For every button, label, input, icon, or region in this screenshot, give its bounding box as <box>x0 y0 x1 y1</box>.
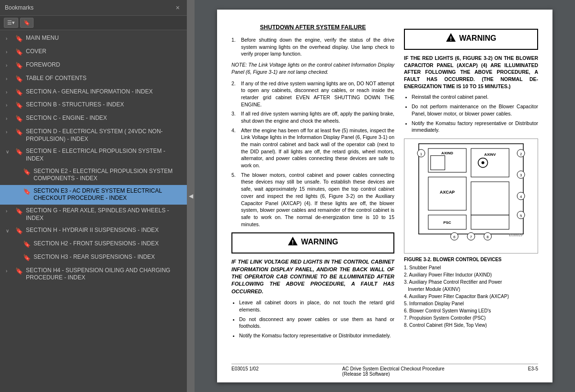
bookmark-text-main-menu: MAIN MENU <box>26 35 183 42</box>
bookmark-item-section-g[interactable]: ›🔖SECTION G - REAR AXLE, SPINDLES AND WH… <box>0 205 187 224</box>
bookmark-text-section-e3: SECTION E3 - AC DRIVE SYSTEM ELECTRICAL … <box>34 187 183 202</box>
step-5: The blower motors, control cabinet and p… <box>231 172 394 228</box>
warning-box-1: ! WARNING <box>404 29 538 50</box>
warning2-bullet-2: Do not disconnect any power cables or us… <box>239 316 394 330</box>
bookmarks-title: Bookmarks <box>5 4 34 11</box>
document-panel: SHUTDOWN AFTER SYSTEM FAILURE Before shu… <box>195 0 575 392</box>
bookmark-icon-main-menu: 🔖 <box>15 35 23 43</box>
expand-arrow-section-h4: › <box>6 268 12 274</box>
warning-header-2: ! WARNING <box>237 236 389 248</box>
warning-label-2: WARNING <box>301 238 338 246</box>
bookmark-icon-section-g: 🔖 <box>15 208 23 216</box>
figure-item-4: 4. Auxiliary Power Filter Capacitor Bank… <box>404 293 538 300</box>
bookmarks-toolbar: ☰▾ 🔖 <box>0 16 187 30</box>
bookmark-icon-section-e2: 🔖 <box>23 168 31 176</box>
svg-text:8: 8 <box>487 235 489 239</box>
figure-item-6: 6. Blower Control System Warning LED's <box>404 307 538 314</box>
expand-arrow-main-menu: › <box>6 35 12 42</box>
bookmark-item-toc[interactable]: ›🔖TABLE OF CONTENTS <box>0 72 187 86</box>
bookmarks-header: Bookmarks × <box>0 0 187 16</box>
bookmarks-panel: Bookmarks × ☰▾ 🔖 ›🔖MAIN MENU›🔖COVER›🔖FOR… <box>0 0 187 392</box>
svg-point-15 <box>482 161 484 164</box>
bookmark-icon-section-h: 🔖 <box>15 227 23 235</box>
svg-text:PSC: PSC <box>443 220 451 224</box>
bookmark-item-section-h4[interactable]: ›🔖SECTION H4 - SUSPENSION OILING AND CHA… <box>0 265 187 284</box>
bookmark-item-section-e2[interactable]: 🔖SECTION E2 - ELECTRICAL PROPULSION SYST… <box>0 165 187 185</box>
expand-arrow-section-h: ∨ <box>6 228 12 234</box>
bookmark-icon-section-a: 🔖 <box>15 89 23 97</box>
expand-arrow-section-e: ∨ <box>6 149 12 155</box>
figure-item-1: 1. Snubber Panel <box>404 264 538 271</box>
bookmark-text-section-e2: SECTION E2 - ELECTRICAL PROPULSION SYSTE… <box>34 168 183 183</box>
page-footer: E03015 1/02 AC Drive System Electrical C… <box>231 364 538 377</box>
bookmark-item-section-h3[interactable]: 🔖SECTION H3 - REAR SUSPENSIONS - INDEX <box>0 251 187 265</box>
bookmark-text-section-b: SECTION B - STRUCTURES - INDEX <box>26 101 183 109</box>
warning1-body: IF THE RED LIGHTS (6, FIGURE 3-2) ON THE… <box>404 55 538 90</box>
bookmark-item-cover[interactable]: ›🔖COVER <box>0 46 187 59</box>
bookmark-item-section-b[interactable]: ›🔖SECTION B - STRUCTURES - INDEX <box>0 99 187 112</box>
figure-item-2: 2. Auxiliary Power Filter Inductor (AXIN… <box>404 271 538 278</box>
warning-header-1: ! WARNING <box>410 33 532 44</box>
svg-text:!: ! <box>292 239 294 246</box>
bookmark-text-section-g: SECTION G - REAR AXLE, SPINDLES AND WHEE… <box>26 207 183 222</box>
bookmark-icon-foreword: 🔖 <box>15 62 23 70</box>
svg-text:7: 7 <box>470 235 472 239</box>
collapse-panel-button[interactable]: ◀ <box>187 0 195 392</box>
bookmark-icon-section-h4: 🔖 <box>15 267 23 276</box>
bookmark-icon-section-h3: 🔖 <box>23 254 31 262</box>
warning-box-2: ! WARNING <box>231 232 394 254</box>
svg-text:AXCAP: AXCAP <box>440 190 455 195</box>
svg-text:!: ! <box>450 35 452 42</box>
warning-triangle-icon-2: ! <box>288 236 298 248</box>
warning-triangle-icon-1: ! <box>446 33 456 44</box>
toolbar-menu-button[interactable]: ☰▾ <box>4 18 18 28</box>
bookmark-text-section-c: SECTION C - ENGINE - INDEX <box>26 115 183 122</box>
figure-item-8: 8. Control Cabinet (RH Side, Top View) <box>404 322 538 329</box>
figure-container: AXIND 1 2 AXINV <box>404 138 538 329</box>
svg-text:AXIND: AXIND <box>441 151 453 155</box>
toolbar-bookmark-button[interactable]: 🔖 <box>20 18 34 28</box>
bookmarks-list: ›🔖MAIN MENU›🔖COVER›🔖FOREWORD›🔖TABLE OF C… <box>0 30 187 392</box>
figure-item-3: 3. Auxiliary Phase Control Rectifier and… <box>404 278 538 293</box>
warning2-bullet-1: Leave all cabinet doors in place, do not… <box>239 299 394 313</box>
document-content: SHUTDOWN AFTER SYSTEM FAILURE Before shu… <box>231 24 538 343</box>
steps-list: Before shutting down the engine, verify … <box>231 36 394 58</box>
bookmark-item-section-d[interactable]: ›🔖SECTION D - ELECTRICAL SYSTEM ( 24VDC … <box>0 126 187 145</box>
bookmark-text-toc: TABLE OF CONTENTS <box>26 75 183 82</box>
warning1-bullets: Reinstall the control cabinet panel. Do … <box>404 93 538 133</box>
figure-item-7: 7. Propulsion System Controller (PSC) <box>404 314 538 322</box>
bookmark-text-section-a: SECTION A - GENERAL INFORMATION - INDEX <box>26 88 183 96</box>
bookmark-item-main-menu[interactable]: ›🔖MAIN MENU <box>0 32 187 46</box>
blower-diagram: AXIND 1 2 AXINV <box>404 138 538 254</box>
expand-arrow-section-c: › <box>6 115 12 122</box>
bookmark-item-section-c[interactable]: ›🔖SECTION C - ENGINE - INDEX <box>0 112 187 126</box>
note-text: NOTE: The Link Voltage lights on the con… <box>231 61 394 76</box>
bookmark-item-section-h[interactable]: ∨🔖SECTION H - HYDRAIR II SUSPENSIONS - I… <box>0 224 187 238</box>
svg-text:6: 6 <box>453 235 456 239</box>
expand-arrow-section-a: › <box>6 89 12 95</box>
svg-text:1: 1 <box>420 152 423 156</box>
svg-text:3: 3 <box>520 173 522 177</box>
bookmark-item-foreword[interactable]: ›🔖FOREWORD <box>0 59 187 72</box>
bookmark-item-section-e[interactable]: ∨🔖SECTION E - ELECTRICAL PROPULSION SYST… <box>0 145 187 165</box>
bookmark-item-section-e3[interactable]: 🔖SECTION E3 - AC DRIVE SYSTEM ELECTRICAL… <box>0 185 187 205</box>
warning1-bullet-1: Reinstall the control cabinet panel. <box>412 93 538 101</box>
expand-arrow-section-d: › <box>6 129 12 135</box>
warning-label-1: WARNING <box>459 34 496 43</box>
steps-list-2: If any of the red drive system warning l… <box>231 80 394 228</box>
warning1-bullet-3: Notify the Komatsu factory representativ… <box>412 120 538 134</box>
bookmark-item-section-h2[interactable]: 🔖SECTION H2 - FRONT SUSPENSIONS - INDEX <box>0 238 187 251</box>
bookmark-icon-section-d: 🔖 <box>15 128 23 137</box>
close-button[interactable]: × <box>173 3 182 12</box>
footer-right: E3-5 <box>528 366 538 377</box>
svg-text:2: 2 <box>520 152 522 156</box>
right-column: ! WARNING IF THE RED LIGHTS (6, FIGURE 3… <box>404 24 538 343</box>
bookmark-text-section-h2: SECTION H2 - FRONT SUSPENSIONS - INDEX <box>34 240 183 248</box>
page-container[interactable]: SHUTDOWN AFTER SYSTEM FAILURE Before shu… <box>195 0 575 392</box>
bookmark-item-section-a[interactable]: ›🔖SECTION A - GENERAL INFORMATION - INDE… <box>0 86 187 99</box>
left-column: SHUTDOWN AFTER SYSTEM FAILURE Before shu… <box>231 24 394 343</box>
expand-arrow-toc: › <box>6 76 12 82</box>
figure-legend: 1. Snubber Panel 2. Auxiliary Power Filt… <box>404 264 538 329</box>
section-title: SHUTDOWN AFTER SYSTEM FAILURE <box>231 24 394 31</box>
warning2-bullets: Leave all cabinet doors in place, do not… <box>231 299 394 339</box>
